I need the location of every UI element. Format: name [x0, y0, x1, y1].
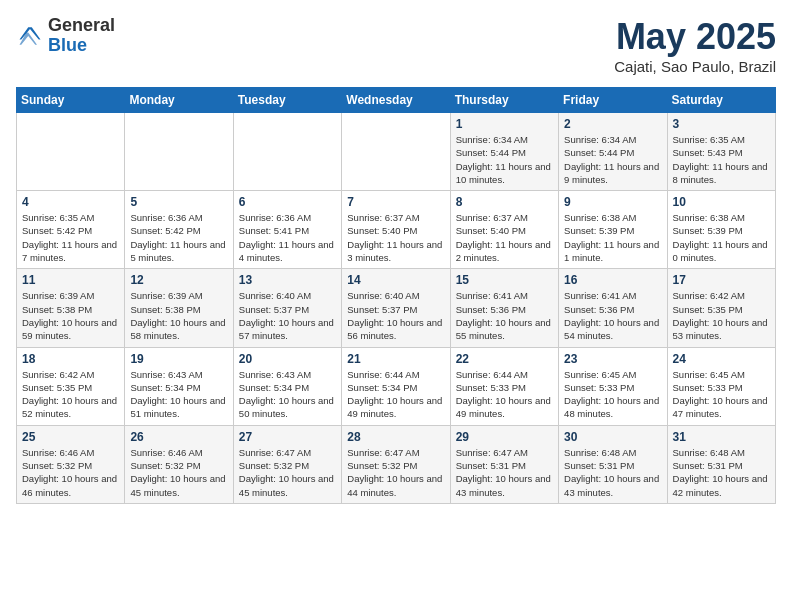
calendar-cell: 26Sunrise: 6:46 AMSunset: 5:32 PMDayligh… — [125, 425, 233, 503]
calendar-cell: 7Sunrise: 6:37 AMSunset: 5:40 PMDaylight… — [342, 191, 450, 269]
calendar-cell: 25Sunrise: 6:46 AMSunset: 5:32 PMDayligh… — [17, 425, 125, 503]
day-number: 12 — [130, 273, 227, 287]
calendar-cell: 20Sunrise: 6:43 AMSunset: 5:34 PMDayligh… — [233, 347, 341, 425]
day-number: 7 — [347, 195, 444, 209]
day-number: 4 — [22, 195, 119, 209]
weekday-header: Thursday — [450, 88, 558, 113]
location: Cajati, Sao Paulo, Brazil — [614, 58, 776, 75]
calendar-cell: 29Sunrise: 6:47 AMSunset: 5:31 PMDayligh… — [450, 425, 558, 503]
day-info: Sunrise: 6:36 AMSunset: 5:42 PMDaylight:… — [130, 211, 227, 264]
weekday-header: Tuesday — [233, 88, 341, 113]
calendar-cell: 15Sunrise: 6:41 AMSunset: 5:36 PMDayligh… — [450, 269, 558, 347]
day-info: Sunrise: 6:38 AMSunset: 5:39 PMDaylight:… — [564, 211, 661, 264]
calendar-cell: 23Sunrise: 6:45 AMSunset: 5:33 PMDayligh… — [559, 347, 667, 425]
day-info: Sunrise: 6:47 AMSunset: 5:32 PMDaylight:… — [239, 446, 336, 499]
day-info: Sunrise: 6:39 AMSunset: 5:38 PMDaylight:… — [22, 289, 119, 342]
calendar-cell: 19Sunrise: 6:43 AMSunset: 5:34 PMDayligh… — [125, 347, 233, 425]
weekday-header: Friday — [559, 88, 667, 113]
title-block: May 2025 Cajati, Sao Paulo, Brazil — [614, 16, 776, 75]
day-number: 16 — [564, 273, 661, 287]
day-info: Sunrise: 6:45 AMSunset: 5:33 PMDaylight:… — [673, 368, 770, 421]
calendar-cell: 17Sunrise: 6:42 AMSunset: 5:35 PMDayligh… — [667, 269, 775, 347]
day-number: 19 — [130, 352, 227, 366]
calendar-table: SundayMondayTuesdayWednesdayThursdayFrid… — [16, 87, 776, 504]
calendar-cell: 9Sunrise: 6:38 AMSunset: 5:39 PMDaylight… — [559, 191, 667, 269]
day-info: Sunrise: 6:43 AMSunset: 5:34 PMDaylight:… — [130, 368, 227, 421]
calendar-cell: 16Sunrise: 6:41 AMSunset: 5:36 PMDayligh… — [559, 269, 667, 347]
day-number: 15 — [456, 273, 553, 287]
calendar-week-row: 11Sunrise: 6:39 AMSunset: 5:38 PMDayligh… — [17, 269, 776, 347]
day-info: Sunrise: 6:42 AMSunset: 5:35 PMDaylight:… — [673, 289, 770, 342]
day-info: Sunrise: 6:47 AMSunset: 5:31 PMDaylight:… — [456, 446, 553, 499]
day-number: 1 — [456, 117, 553, 131]
weekday-header: Saturday — [667, 88, 775, 113]
calendar-cell: 13Sunrise: 6:40 AMSunset: 5:37 PMDayligh… — [233, 269, 341, 347]
calendar-cell: 12Sunrise: 6:39 AMSunset: 5:38 PMDayligh… — [125, 269, 233, 347]
day-number: 30 — [564, 430, 661, 444]
calendar-cell — [125, 113, 233, 191]
day-number: 26 — [130, 430, 227, 444]
day-info: Sunrise: 6:35 AMSunset: 5:43 PMDaylight:… — [673, 133, 770, 186]
day-info: Sunrise: 6:46 AMSunset: 5:32 PMDaylight:… — [130, 446, 227, 499]
day-number: 27 — [239, 430, 336, 444]
calendar-cell: 31Sunrise: 6:48 AMSunset: 5:31 PMDayligh… — [667, 425, 775, 503]
calendar-cell: 3Sunrise: 6:35 AMSunset: 5:43 PMDaylight… — [667, 113, 775, 191]
day-info: Sunrise: 6:36 AMSunset: 5:41 PMDaylight:… — [239, 211, 336, 264]
day-number: 24 — [673, 352, 770, 366]
day-info: Sunrise: 6:37 AMSunset: 5:40 PMDaylight:… — [456, 211, 553, 264]
calendar-cell: 2Sunrise: 6:34 AMSunset: 5:44 PMDaylight… — [559, 113, 667, 191]
day-number: 9 — [564, 195, 661, 209]
calendar-cell: 5Sunrise: 6:36 AMSunset: 5:42 PMDaylight… — [125, 191, 233, 269]
day-info: Sunrise: 6:34 AMSunset: 5:44 PMDaylight:… — [456, 133, 553, 186]
day-number: 17 — [673, 273, 770, 287]
logo-blue: Blue — [48, 36, 115, 56]
logo: General Blue — [16, 16, 115, 56]
logo-general: General — [48, 16, 115, 36]
day-info: Sunrise: 6:48 AMSunset: 5:31 PMDaylight:… — [564, 446, 661, 499]
day-info: Sunrise: 6:34 AMSunset: 5:44 PMDaylight:… — [564, 133, 661, 186]
calendar-cell: 28Sunrise: 6:47 AMSunset: 5:32 PMDayligh… — [342, 425, 450, 503]
day-number: 29 — [456, 430, 553, 444]
day-number: 6 — [239, 195, 336, 209]
day-number: 3 — [673, 117, 770, 131]
calendar-cell: 11Sunrise: 6:39 AMSunset: 5:38 PMDayligh… — [17, 269, 125, 347]
day-info: Sunrise: 6:38 AMSunset: 5:39 PMDaylight:… — [673, 211, 770, 264]
day-info: Sunrise: 6:48 AMSunset: 5:31 PMDaylight:… — [673, 446, 770, 499]
calendar-cell: 4Sunrise: 6:35 AMSunset: 5:42 PMDaylight… — [17, 191, 125, 269]
calendar-cell: 6Sunrise: 6:36 AMSunset: 5:41 PMDaylight… — [233, 191, 341, 269]
day-number: 23 — [564, 352, 661, 366]
day-info: Sunrise: 6:44 AMSunset: 5:34 PMDaylight:… — [347, 368, 444, 421]
month-title: May 2025 — [614, 16, 776, 58]
day-number: 31 — [673, 430, 770, 444]
day-info: Sunrise: 6:41 AMSunset: 5:36 PMDaylight:… — [564, 289, 661, 342]
calendar-cell: 27Sunrise: 6:47 AMSunset: 5:32 PMDayligh… — [233, 425, 341, 503]
calendar-cell: 30Sunrise: 6:48 AMSunset: 5:31 PMDayligh… — [559, 425, 667, 503]
day-number: 25 — [22, 430, 119, 444]
day-number: 21 — [347, 352, 444, 366]
day-number: 10 — [673, 195, 770, 209]
day-number: 2 — [564, 117, 661, 131]
calendar-cell: 24Sunrise: 6:45 AMSunset: 5:33 PMDayligh… — [667, 347, 775, 425]
day-number: 18 — [22, 352, 119, 366]
logo-icon — [16, 22, 44, 50]
day-info: Sunrise: 6:42 AMSunset: 5:35 PMDaylight:… — [22, 368, 119, 421]
day-number: 28 — [347, 430, 444, 444]
calendar-cell: 18Sunrise: 6:42 AMSunset: 5:35 PMDayligh… — [17, 347, 125, 425]
day-info: Sunrise: 6:40 AMSunset: 5:37 PMDaylight:… — [347, 289, 444, 342]
day-info: Sunrise: 6:47 AMSunset: 5:32 PMDaylight:… — [347, 446, 444, 499]
calendar-cell: 8Sunrise: 6:37 AMSunset: 5:40 PMDaylight… — [450, 191, 558, 269]
calendar-cell: 22Sunrise: 6:44 AMSunset: 5:33 PMDayligh… — [450, 347, 558, 425]
day-number: 22 — [456, 352, 553, 366]
day-info: Sunrise: 6:46 AMSunset: 5:32 PMDaylight:… — [22, 446, 119, 499]
calendar-week-row: 18Sunrise: 6:42 AMSunset: 5:35 PMDayligh… — [17, 347, 776, 425]
day-info: Sunrise: 6:44 AMSunset: 5:33 PMDaylight:… — [456, 368, 553, 421]
calendar-cell: 14Sunrise: 6:40 AMSunset: 5:37 PMDayligh… — [342, 269, 450, 347]
weekday-header: Monday — [125, 88, 233, 113]
calendar-cell — [233, 113, 341, 191]
calendar-cell — [17, 113, 125, 191]
day-number: 14 — [347, 273, 444, 287]
day-info: Sunrise: 6:41 AMSunset: 5:36 PMDaylight:… — [456, 289, 553, 342]
logo-text: General Blue — [48, 16, 115, 56]
calendar-cell: 10Sunrise: 6:38 AMSunset: 5:39 PMDayligh… — [667, 191, 775, 269]
calendar-week-row: 4Sunrise: 6:35 AMSunset: 5:42 PMDaylight… — [17, 191, 776, 269]
